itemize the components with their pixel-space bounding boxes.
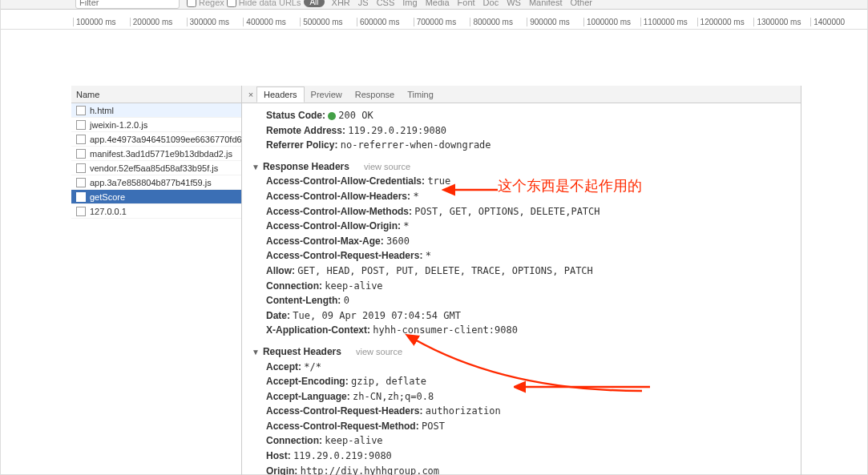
header-line: Access-Control-Allow-Headers: * [266,189,793,204]
timeline-ruler: 100000 ms200000 ms300000 ms400000 ms5000… [1,15,867,30]
timeline-tick: 500000 ms [300,18,357,26]
waterfall-chart [1,30,867,86]
timeline-tick: 100000 ms [73,18,130,26]
filter-js[interactable]: JS [358,0,369,7]
timeline-tick: 1400000 [810,18,867,26]
filter-doc[interactable]: Doc [483,0,499,7]
request-name: jweixin-1.2.0.js [90,120,147,130]
details-panel: × Headers Preview Response Timing Status… [242,86,801,475]
header-line: Status Code: 200 OK [266,108,793,123]
tab-preview[interactable]: Preview [305,87,349,102]
header-line: Origin: http://diy.hyhhgroup.com [266,464,793,475]
name-header[interactable]: Name [71,86,241,103]
timeline-tick: 1300000 ms [753,18,810,26]
file-icon [76,178,86,187]
close-icon[interactable]: × [245,90,256,99]
header-line: Accept-Language: zh-CN,zh;q=0.8 [266,389,793,405]
view-source-link[interactable]: view source [356,347,402,356]
file-icon [76,106,86,115]
header-line: Content-Length: 0 [266,293,793,308]
filter-font[interactable]: Font [458,0,475,7]
header-line: Connection: keep-alive [266,279,793,294]
hidedata-label: Hide data URLs [239,0,301,7]
filter-manifest[interactable]: Manifest [529,0,563,7]
hidedata-checkbox[interactable] [227,0,236,7]
request-name: getScore [90,192,125,202]
header-line: Date: Tue, 09 Apr 2019 07:04:54 GMT [266,308,793,324]
request-item[interactable]: app.4e4973a946451099ee6636770fd61ba... [71,132,241,147]
timeline-tick: 1100000 ms [640,18,697,26]
tab-response[interactable]: Response [349,87,402,102]
filter-all[interactable]: All [304,0,324,7]
request-name: app.4e4973a946451099ee6636770fd61ba... [90,135,241,144]
header-line: Access-Control-Max-Age: 3600 [266,234,793,249]
header-line: Connection: keep-alive [266,433,793,449]
file-icon [76,207,86,216]
filter-toolbar: Regex Hide data URLs All XHRJSCSSImgMedi… [1,0,867,10]
request-item[interactable]: manifest.3ad1d5771e9b13dbdad2.js [71,147,241,161]
header-line: X-Application-Context: hyhh-consumer-cli… [266,323,793,338]
tab-headers[interactable]: Headers [256,87,305,103]
request-item[interactable]: vendor.52ef5aa85d58af33b95f.js [71,161,241,175]
header-line: Accept: */* [266,360,793,375]
timeline-tick: 200000 ms [130,18,187,26]
request-item[interactable]: app.3a7e858804b877b41f59.js [71,175,241,190]
timeline-tick: 1000000 ms [583,18,640,26]
timeline-tick: 1200000 ms [697,18,754,26]
triangle-icon: ▼ [252,161,260,174]
file-icon [76,135,86,144]
header-line: Access-Control-Request-Headers: authoriz… [266,404,793,419]
request-item[interactable]: getScore [71,190,241,204]
timeline-tick: 300000 ms [187,18,244,26]
timeline-tick: 800000 ms [470,18,527,26]
header-line: Referrer Policy: no-referrer-when-downgr… [266,138,793,153]
header-line: Access-Control-Allow-Credentials: true [266,174,793,189]
filter-ws[interactable]: WS [507,0,521,7]
header-line: Remote Address: 119.29.0.219:9080 [266,123,793,139]
regex-label: Regex [199,0,224,7]
header-line: Access-Control-Allow-Methods: POST, GET,… [266,204,793,219]
name-column: Name h.htmljweixin-1.2.0.jsapp.4e4973a94… [71,86,242,475]
header-line: Access-Control-Request-Method: POST [266,419,793,434]
file-icon [76,120,86,130]
timeline-tick: 700000 ms [414,18,470,26]
filter-img[interactable]: Img [402,0,417,7]
header-line: Host: 119.29.0.219:9080 [266,449,793,464]
file-icon [76,192,86,202]
tab-timing[interactable]: Timing [401,87,440,102]
header-line: Access-Control-Allow-Origin: * [266,219,793,234]
header-line: Allow: GET, HEAD, POST, PUT, DELETE, TRA… [266,264,793,279]
request-name: app.3a7e858804b877b41f59.js [90,178,212,187]
request-name: h.html [90,106,114,115]
request-name: manifest.3ad1d5771e9b13dbdad2.js [90,149,232,159]
section-title[interactable]: ▼Request Headersview source [252,344,793,360]
request-name: vendor.52ef5aa85d58af33b95f.js [90,163,218,173]
request-item[interactable]: 127.0.0.1 [71,204,241,219]
timeline-tick: 600000 ms [357,18,414,26]
triangle-icon: ▼ [252,346,260,359]
file-icon [76,149,86,159]
header-line: Accept-Encoding: gzip, deflate [266,374,793,389]
filter-other[interactable]: Other [570,0,592,7]
filter-xhr[interactable]: XHR [332,0,350,7]
file-icon [76,163,86,173]
details-body: Status Code: 200 OKRemote Address: 119.2… [242,103,801,475]
request-list: h.htmljweixin-1.2.0.jsapp.4e4973a9464510… [71,103,241,475]
filter-css[interactable]: CSS [377,0,395,7]
header-line: Access-Control-Request-Headers: * [266,248,793,264]
request-item[interactable]: jweixin-1.2.0.js [71,118,241,132]
details-tabs: × Headers Preview Response Timing [242,86,801,103]
timeline-tick: 900000 ms [527,18,583,26]
request-name: 127.0.0.1 [90,207,127,216]
filter-input[interactable] [75,0,180,9]
filter-media[interactable]: Media [426,0,450,7]
section-title[interactable]: ▼Response Headersview source [252,159,793,175]
request-item[interactable]: h.html [71,103,241,118]
timeline: 100000 ms200000 ms300000 ms400000 ms5000… [1,15,867,86]
view-source-link[interactable]: view source [364,162,410,171]
timeline-tick: 400000 ms [243,18,300,26]
regex-checkbox[interactable] [187,0,196,7]
status-dot-icon [328,112,336,120]
